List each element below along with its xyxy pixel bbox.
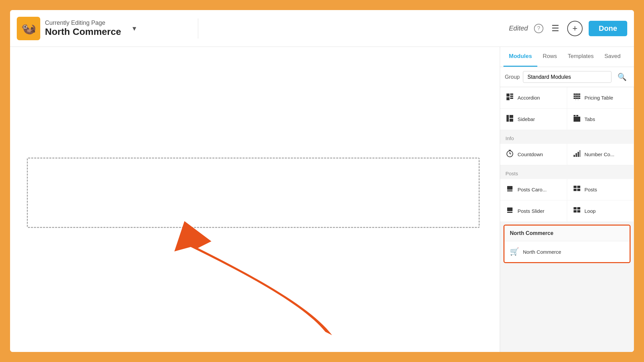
module-loop[interactable]: Loop bbox=[567, 200, 634, 222]
svg-rect-23 bbox=[578, 152, 579, 157]
page-select-chevron[interactable]: ▾ bbox=[129, 22, 140, 35]
svg-rect-7 bbox=[574, 96, 580, 97]
divider bbox=[198, 18, 198, 39]
svg-rect-16 bbox=[574, 117, 580, 122]
top-bar-right: Edited ? ☰ + Done bbox=[509, 21, 627, 36]
svg-rect-30 bbox=[577, 189, 580, 191]
pricing-table-label: Pricing Table bbox=[585, 95, 613, 101]
svg-rect-15 bbox=[576, 115, 578, 116]
number-counter-icon bbox=[573, 150, 581, 159]
logo-icon: 🦦 bbox=[17, 17, 40, 40]
svg-rect-32 bbox=[507, 212, 513, 213]
svg-rect-26 bbox=[507, 190, 513, 191]
tabs-icon bbox=[573, 115, 581, 124]
svg-rect-4 bbox=[510, 96, 513, 97]
svg-rect-2 bbox=[510, 94, 513, 95]
group-row: Group Standard Modules 🔍 bbox=[500, 67, 634, 87]
posts-section-header: Posts bbox=[500, 166, 634, 179]
posts-carousel-icon bbox=[505, 185, 514, 194]
sidebar-module-icon bbox=[505, 115, 514, 124]
svg-rect-10 bbox=[578, 94, 578, 100]
svg-rect-5 bbox=[510, 98, 513, 99]
canvas-area bbox=[10, 47, 500, 352]
tab-modules[interactable]: Modules bbox=[503, 47, 537, 67]
module-accordion[interactable]: Accordion bbox=[500, 87, 567, 109]
page-name-label: North Commerce bbox=[45, 26, 121, 37]
posts-label: Posts bbox=[585, 187, 597, 192]
svg-rect-22 bbox=[576, 153, 577, 157]
group-select[interactable]: Standard Modules bbox=[523, 71, 611, 83]
tab-templates[interactable]: Templates bbox=[562, 47, 599, 67]
posts-slider-icon bbox=[505, 206, 514, 216]
svg-rect-8 bbox=[574, 98, 580, 99]
svg-rect-9 bbox=[576, 94, 576, 100]
nc-cart-icon: 🛒 bbox=[510, 247, 519, 256]
add-button[interactable]: + bbox=[567, 21, 583, 36]
module-pricing-table[interactable]: Pricing Table bbox=[567, 87, 634, 109]
svg-rect-12 bbox=[509, 115, 513, 118]
tabs-label: Tabs bbox=[585, 116, 595, 122]
drop-zone[interactable] bbox=[27, 158, 480, 228]
hamburger-icon: ☰ bbox=[551, 23, 559, 34]
svg-rect-1 bbox=[506, 94, 509, 97]
nc-module-item[interactable]: 🛒 North Commerce bbox=[504, 241, 630, 262]
group-label: Group bbox=[505, 74, 520, 80]
posts-slider-label: Posts Slider bbox=[518, 208, 544, 214]
list-icon-button[interactable]: ☰ bbox=[549, 21, 561, 36]
sidebar-label: Sidebar bbox=[518, 116, 535, 122]
svg-rect-21 bbox=[574, 155, 575, 157]
posts-carousel-label: Posts Caro... bbox=[518, 187, 547, 192]
svg-rect-6 bbox=[574, 94, 580, 95]
svg-rect-35 bbox=[574, 210, 577, 213]
svg-rect-34 bbox=[577, 207, 580, 209]
currently-editing-label: Currently Editing Page bbox=[45, 19, 121, 26]
svg-rect-24 bbox=[580, 150, 580, 157]
svg-rect-13 bbox=[509, 119, 513, 122]
top-bar: 🦦 Currently Editing Page North Commerce … bbox=[10, 10, 634, 47]
panel-tabs: Modules Rows Templates Saved bbox=[500, 47, 634, 67]
svg-rect-36 bbox=[577, 210, 580, 213]
svg-rect-33 bbox=[574, 207, 577, 209]
svg-rect-28 bbox=[577, 186, 580, 188]
module-posts-carousel[interactable]: Posts Caro... bbox=[500, 179, 567, 200]
logo-area: 🦦 Currently Editing Page North Commerce … bbox=[17, 17, 191, 40]
tab-saved[interactable]: Saved bbox=[599, 47, 626, 67]
modules-scroll: Accordion Pricing Table bbox=[500, 87, 634, 352]
page-info: Currently Editing Page North Commerce bbox=[45, 19, 121, 37]
svg-rect-31 bbox=[507, 207, 513, 211]
loop-icon bbox=[573, 206, 581, 216]
svg-rect-3 bbox=[506, 97, 509, 100]
help-icon[interactable]: ? bbox=[534, 24, 543, 33]
right-panel: Modules Rows Templates Saved Group Stand… bbox=[500, 47, 634, 352]
posts-icon bbox=[573, 185, 581, 194]
accordion-label: Accordion bbox=[518, 95, 540, 101]
info-section-header: Info bbox=[500, 131, 634, 144]
svg-rect-25 bbox=[507, 186, 513, 190]
standard-modules-grid: Accordion Pricing Table bbox=[500, 87, 634, 130]
module-posts[interactable]: Posts bbox=[567, 179, 634, 200]
module-sidebar[interactable]: Sidebar bbox=[500, 109, 567, 130]
svg-rect-29 bbox=[574, 189, 577, 191]
number-counter-label: Number Co... bbox=[585, 152, 614, 157]
module-tabs[interactable]: Tabs bbox=[567, 109, 634, 130]
countdown-icon bbox=[505, 150, 514, 159]
north-commerce-section: North Commerce 🛒 North Commerce bbox=[503, 225, 631, 263]
loop-label: Loop bbox=[585, 208, 596, 214]
info-modules-grid: Countdown Number Co... bbox=[500, 144, 634, 165]
svg-rect-27 bbox=[574, 186, 577, 188]
nc-section-header: North Commerce bbox=[504, 226, 630, 241]
pricing-table-icon bbox=[573, 93, 581, 102]
module-number-counter[interactable]: Number Co... bbox=[567, 144, 634, 165]
module-posts-slider[interactable]: Posts Slider bbox=[500, 200, 567, 222]
tab-rows[interactable]: Rows bbox=[537, 47, 562, 67]
done-button[interactable]: Done bbox=[589, 21, 627, 36]
svg-rect-14 bbox=[574, 115, 576, 116]
svg-rect-11 bbox=[506, 115, 509, 122]
search-button[interactable]: 🔍 bbox=[615, 71, 629, 83]
posts-modules-grid: Posts Caro... Posts bbox=[500, 179, 634, 222]
main-area: Modules Rows Templates Saved Group Stand… bbox=[10, 47, 634, 352]
countdown-label: Countdown bbox=[518, 152, 543, 157]
edited-label: Edited bbox=[509, 24, 528, 32]
module-countdown[interactable]: Countdown bbox=[500, 144, 567, 165]
accordion-icon bbox=[505, 93, 514, 102]
